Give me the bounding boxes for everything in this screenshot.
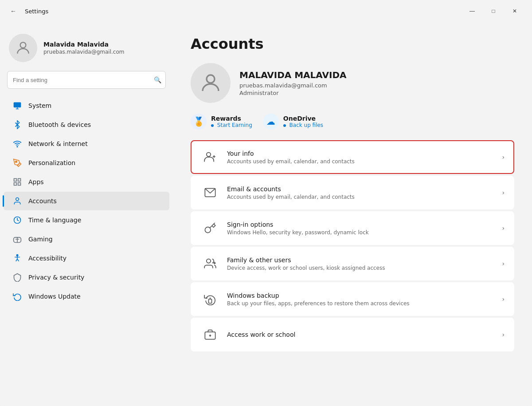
rewards-text: Rewards Start Earning [211,115,252,128]
svg-rect-8 [18,183,21,185]
backup-chevron: › [502,296,505,303]
time-icon [12,215,22,225]
search-icon: 🔍 [154,76,161,83]
svg-point-13 [207,75,215,83]
sidebar-item-personalization-label: Personalization [28,159,75,166]
sidebar-item-privacy-label: Privacy & security [28,274,84,281]
rewards-item[interactable]: 🏅 Rewards Start Earning [191,114,252,130]
svg-point-9 [16,198,19,201]
accessibility-icon [12,253,22,263]
account-name: MALAVIDA MALAVIDA [239,70,346,80]
sidebar-nav: System Bluetooth & devices Network & int… [0,96,173,306]
main-layout: Malavida Malavida pruebas.malavida@gmail… [0,22,532,406]
sidebar-item-bluetooth-label: Bluetooth & devices [28,121,91,128]
sidebar-item-network-label: Network & internet [28,140,88,147]
account-role: Administrator [239,90,346,96]
sidebar-item-personalization[interactable]: Personalization [4,154,169,172]
sidebar-item-accessibility[interactable]: Accessibility [4,249,169,268]
search-input[interactable] [7,71,166,89]
close-button[interactable]: ✕ [505,4,525,18]
account-avatar [191,63,231,103]
sidebar-item-apps[interactable]: Apps [4,173,169,191]
sidebar: Malavida Malavida pruebas.malavida@gmail… [0,22,173,406]
settings-list: Your info Accounts used by email, calend… [191,140,514,351]
settings-item-family[interactable]: Family & other users Device access, work… [191,247,514,280]
bluetooth-icon [12,120,22,130]
account-info: MALAVIDA MALAVIDA pruebas.malavida@gmail… [239,70,346,96]
signin-icon [200,218,220,238]
sidebar-item-network[interactable]: Network & internet [4,134,169,153]
sidebar-avatar [9,34,37,62]
backup-subtitle: Back up your files, apps, preferences to… [227,300,497,307]
svg-point-3 [17,146,18,147]
onedrive-item[interactable]: ☁️ OneDrive Back up files [263,114,323,130]
your-info-subtitle: Accounts used by email, calendar, and co… [227,158,497,165]
minimize-button[interactable]: — [462,4,482,18]
sidebar-item-system[interactable]: System [4,96,169,115]
settings-item-backup[interactable]: Windows backup Back up your files, apps,… [191,282,514,316]
sidebar-item-accounts-label: Accounts [28,197,57,205]
privacy-icon [12,272,22,282]
sidebar-item-accessibility-label: Accessibility [28,255,66,262]
sidebar-item-update[interactable]: Windows Update [4,287,169,306]
title-bar-left: ← Settings [7,5,48,17]
email-subtitle: Accounts used by email, calendar, and co… [227,194,497,200]
sidebar-item-privacy[interactable]: Privacy & security [4,268,169,287]
onedrive-text: OneDrive Back up files [283,115,323,128]
svg-rect-6 [18,179,21,181]
your-info-icon [200,147,220,167]
sidebar-item-bluetooth[interactable]: Bluetooth & devices [4,115,169,134]
svg-point-14 [207,153,211,157]
rewards-icon: 🏅 [191,114,207,130]
accounts-icon [12,196,22,206]
sidebar-item-gaming[interactable]: Gaming [4,230,169,248]
sidebar-item-gaming-label: Gaming [28,236,53,243]
sidebar-item-time[interactable]: Time & language [4,211,169,229]
backup-text: Windows backup Back up your files, apps,… [227,292,497,307]
svg-rect-7 [14,183,17,185]
email-icon [200,183,220,202]
svg-rect-5 [14,179,17,181]
network-icon [12,139,22,149]
sidebar-profile-info: Malavida Malavida pruebas.malavida@gmail… [43,41,124,55]
family-subtitle: Device access, work or school users, kio… [227,265,497,271]
search-container: 🔍 [7,71,166,89]
email-chevron: › [502,189,505,196]
sidebar-item-apps-label: Apps [28,178,44,185]
work-icon [200,325,220,344]
work-title: Access work or school [227,331,497,338]
email-text: Email & accounts Accounts used by email,… [227,185,497,200]
apps-icon [12,177,22,187]
window-title: Settings [25,8,48,15]
sidebar-item-update-label: Windows Update [28,293,81,300]
title-bar-controls: — □ ✕ [462,4,525,18]
back-button[interactable]: ← [7,5,20,17]
rewards-strip: 🏅 Rewards Start Earning ☁️ OneDrive [191,114,514,130]
onedrive-icon: ☁️ [263,114,279,130]
system-icon [12,101,22,110]
title-bar: ← Settings — □ ✕ [0,0,532,22]
work-text: Access work or school [227,331,497,338]
sidebar-profile-email: pruebas.malavida@gmail.com [43,49,124,55]
onedrive-dot [283,124,286,127]
page-title: Accounts [191,35,514,52]
sidebar-profile[interactable]: Malavida Malavida pruebas.malavida@gmail… [0,27,173,71]
gaming-icon [12,234,22,244]
signin-chevron: › [502,225,505,232]
rewards-subtitle: Start Earning [211,122,252,128]
sidebar-item-time-label: Time & language [28,217,81,224]
family-title: Family & other users [227,256,497,264]
content-area: Accounts MALAVIDA MALAVIDA pruebas.malav… [173,22,532,406]
rewards-dot [211,124,214,127]
sidebar-item-accounts[interactable]: Accounts [4,192,169,210]
onedrive-title: OneDrive [283,115,323,122]
settings-item-your-info[interactable]: Your info Accounts used by email, calend… [191,140,514,174]
settings-item-email[interactable]: Email & accounts Accounts used by email,… [191,176,514,209]
maximize-button[interactable]: □ [483,4,504,18]
personalization-icon [12,158,22,168]
family-chevron: › [502,260,505,267]
your-info-chevron: › [502,154,505,161]
svg-rect-21 [209,299,212,303]
settings-item-signin[interactable]: Sign-in options Windows Hello, security … [191,211,514,245]
settings-item-work[interactable]: Access work or school › [191,318,514,351]
